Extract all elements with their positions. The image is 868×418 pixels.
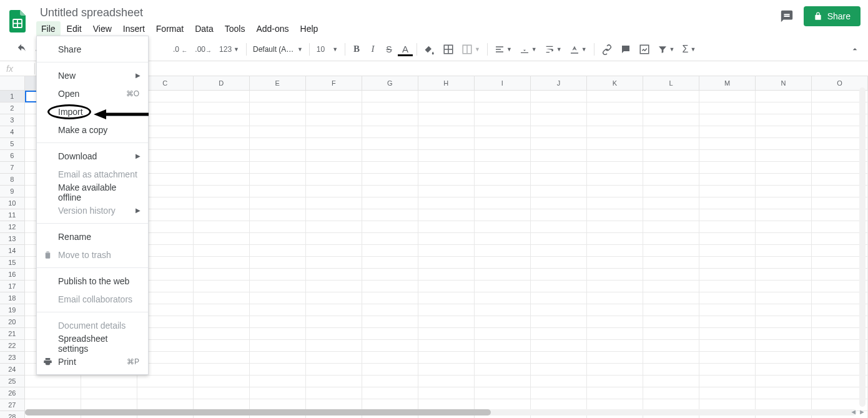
cell[interactable] bbox=[418, 328, 475, 340]
cell[interactable] bbox=[250, 209, 306, 221]
col-header[interactable]: D bbox=[194, 76, 250, 90]
cell[interactable] bbox=[531, 304, 587, 316]
cell[interactable] bbox=[250, 114, 306, 126]
cell[interactable] bbox=[643, 126, 699, 138]
col-header[interactable]: H bbox=[418, 76, 475, 90]
cell[interactable] bbox=[531, 221, 587, 233]
cell[interactable] bbox=[306, 233, 362, 245]
cell[interactable] bbox=[699, 209, 756, 221]
row-header[interactable]: 7 bbox=[0, 162, 25, 174]
cell[interactable] bbox=[194, 269, 250, 281]
cell[interactable] bbox=[418, 162, 475, 174]
cell[interactable] bbox=[699, 304, 756, 316]
cell[interactable] bbox=[756, 245, 812, 257]
cell[interactable] bbox=[418, 340, 475, 352]
cell[interactable] bbox=[194, 186, 250, 197]
cell[interactable] bbox=[475, 292, 531, 304]
cell[interactable] bbox=[699, 197, 756, 209]
menu-view[interactable]: View bbox=[88, 21, 117, 36]
functions-button[interactable]: Σ▼ bbox=[679, 41, 699, 57]
cell[interactable] bbox=[362, 174, 418, 186]
cell[interactable] bbox=[475, 387, 531, 399]
cell[interactable] bbox=[194, 340, 250, 352]
cell[interactable] bbox=[643, 197, 699, 209]
col-header[interactable]: N bbox=[756, 76, 812, 90]
cell[interactable] bbox=[587, 352, 643, 364]
cell[interactable] bbox=[306, 102, 362, 114]
cell[interactable] bbox=[81, 387, 137, 399]
cell[interactable] bbox=[699, 138, 756, 150]
menu-file[interactable]: File bbox=[36, 21, 61, 36]
cell[interactable] bbox=[362, 126, 418, 138]
cell[interactable] bbox=[194, 150, 250, 162]
cell[interactable] bbox=[250, 316, 306, 328]
cell[interactable] bbox=[587, 114, 643, 126]
cell[interactable] bbox=[418, 304, 475, 316]
cell[interactable] bbox=[699, 174, 756, 186]
cell[interactable] bbox=[306, 245, 362, 257]
cell[interactable] bbox=[587, 150, 643, 162]
file-share[interactable]: Share bbox=[37, 40, 148, 58]
cell[interactable] bbox=[531, 316, 587, 328]
cell[interactable] bbox=[475, 352, 531, 364]
cell[interactable] bbox=[418, 292, 475, 304]
cell[interactable] bbox=[194, 316, 250, 328]
cell[interactable] bbox=[531, 387, 587, 399]
vertical-align-button[interactable]: ▼ bbox=[516, 41, 540, 57]
row-header[interactable]: 27 bbox=[0, 399, 25, 411]
cell[interactable] bbox=[250, 102, 306, 114]
menu-tools[interactable]: Tools bbox=[220, 21, 250, 36]
cell[interactable] bbox=[194, 387, 250, 399]
cell[interactable] bbox=[194, 174, 250, 186]
cell[interactable] bbox=[643, 221, 699, 233]
row-header[interactable]: 17 bbox=[0, 281, 25, 292]
cell[interactable] bbox=[306, 376, 362, 387]
cell[interactable] bbox=[250, 364, 306, 376]
col-header[interactable]: J bbox=[531, 76, 587, 90]
cell[interactable] bbox=[306, 387, 362, 399]
insert-link-button[interactable] bbox=[598, 41, 616, 57]
cell[interactable] bbox=[362, 150, 418, 162]
row-header[interactable]: 14 bbox=[0, 245, 25, 257]
cell[interactable] bbox=[531, 174, 587, 186]
cell[interactable] bbox=[194, 364, 250, 376]
cell[interactable] bbox=[475, 91, 531, 102]
cell[interactable] bbox=[362, 328, 418, 340]
cell[interactable] bbox=[587, 257, 643, 269]
cell[interactable] bbox=[362, 269, 418, 281]
file-spreadsheet-settings[interactable]: Spreadsheet settings bbox=[37, 334, 148, 352]
cell[interactable] bbox=[418, 316, 475, 328]
cell[interactable] bbox=[643, 304, 699, 316]
cell[interactable] bbox=[306, 174, 362, 186]
cell[interactable] bbox=[306, 304, 362, 316]
cell[interactable] bbox=[643, 292, 699, 304]
collapse-toolbar-button[interactable] bbox=[847, 41, 863, 57]
cell[interactable] bbox=[756, 257, 812, 269]
cell[interactable] bbox=[587, 376, 643, 387]
cell[interactable] bbox=[756, 221, 812, 233]
cell[interactable] bbox=[531, 102, 587, 114]
cell[interactable] bbox=[250, 91, 306, 102]
cell[interactable] bbox=[194, 102, 250, 114]
cell[interactable] bbox=[306, 340, 362, 352]
cell[interactable] bbox=[418, 245, 475, 257]
cell[interactable] bbox=[531, 197, 587, 209]
cell[interactable] bbox=[699, 102, 756, 114]
cell[interactable] bbox=[418, 126, 475, 138]
cell[interactable] bbox=[362, 245, 418, 257]
cell[interactable] bbox=[362, 233, 418, 245]
undo-button[interactable] bbox=[12, 41, 30, 57]
cell[interactable] bbox=[756, 209, 812, 221]
cell[interactable] bbox=[194, 138, 250, 150]
file-rename[interactable]: Rename bbox=[37, 227, 148, 246]
cell[interactable] bbox=[643, 328, 699, 340]
cell[interactable] bbox=[643, 352, 699, 364]
cell[interactable] bbox=[137, 387, 194, 399]
cell[interactable] bbox=[756, 387, 812, 399]
cell[interactable] bbox=[756, 186, 812, 197]
cell[interactable] bbox=[362, 352, 418, 364]
cell[interactable] bbox=[250, 304, 306, 316]
cell[interactable] bbox=[643, 233, 699, 245]
cell[interactable] bbox=[699, 162, 756, 174]
cell[interactable] bbox=[306, 281, 362, 292]
